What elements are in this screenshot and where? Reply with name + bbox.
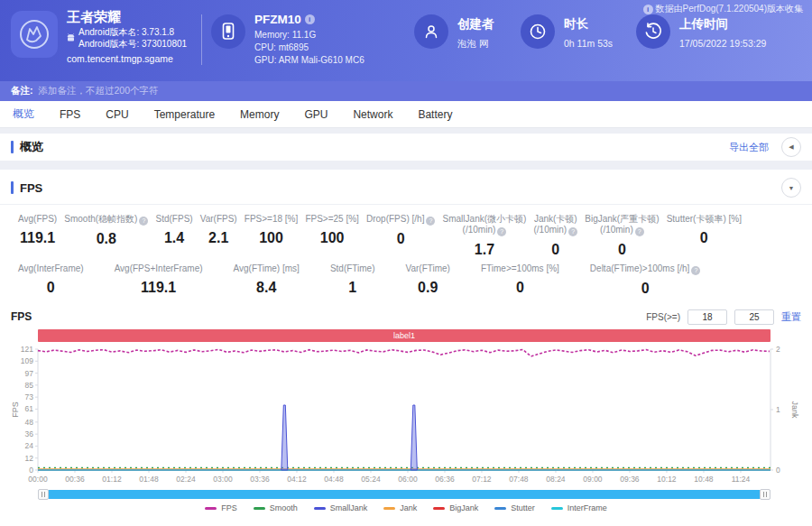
x-tick: 01:48: [139, 475, 159, 484]
metric: Avg(FTime) [ms]8.4: [234, 263, 300, 297]
app-block: 王者荣耀 Android版本名: 3.73.1.8 Android版本号: 37…: [11, 11, 196, 65]
fps-threshold-label: FPS(>=): [646, 312, 680, 322]
metric: Jank(卡顿)(/10min)?0: [533, 214, 577, 258]
tab-Memory[interactable]: Memory: [240, 108, 279, 121]
legend-item-smalljank[interactable]: SmallJank: [314, 503, 368, 512]
scrollbar-handle-right[interactable]: [760, 489, 770, 500]
export-all-link[interactable]: 导出全部: [729, 141, 769, 154]
legend-item-jank[interactable]: Jank: [383, 503, 417, 512]
tab-GPU[interactable]: GPU: [304, 108, 328, 121]
metric-label: FPS>=25 [%]: [305, 214, 358, 225]
chart-title: FPS: [11, 310, 32, 323]
y-left-tick: 121: [21, 345, 33, 354]
title-accent-bar: [11, 141, 14, 153]
metric-label: Avg(FTime) [ms]: [234, 263, 300, 274]
clock-icon: [521, 14, 555, 49]
legend-label: Smooth: [270, 503, 298, 512]
x-tick: 03:36: [250, 475, 270, 484]
metric-value: 2.1: [200, 230, 237, 246]
metric: BigJank(严重卡顿)(/10min)?0: [585, 214, 659, 258]
metric-value: 0: [481, 280, 559, 296]
collapse-left-button[interactable]: ◀: [781, 137, 801, 157]
history-clock-icon: [636, 14, 670, 49]
note-placeholder: 添加备注，不超过200个字符: [39, 85, 159, 97]
upload-block: 上传时间 17/05/2022 19:53:29: [636, 11, 766, 49]
fps-section-title: FPS: [20, 181, 42, 195]
legend-label: Stutter: [511, 503, 535, 512]
app-logo: [11, 11, 58, 58]
page: i 数据由PerfDog(7.1.220504)版本收集 王者荣耀: [0, 0, 812, 526]
x-tick: 01:12: [102, 475, 122, 484]
app-name: 王者荣耀: [67, 11, 187, 23]
metric-label: SmallJank(微小卡顿)(/10min)?: [443, 214, 527, 236]
reset-link[interactable]: 重置: [781, 310, 801, 324]
duration-label: 时长: [564, 16, 613, 32]
scrollbar-handle-left[interactable]: [38, 489, 49, 500]
x-tick: 05:24: [361, 475, 381, 484]
device-specs: Memory: 11.1G CPU: mt6895 GPU: ARM Mali-…: [254, 29, 364, 67]
grip-icon: [42, 492, 45, 497]
tab-CPU[interactable]: CPU: [106, 108, 128, 121]
device-block: PFZM10 i Memory: 11.1G CPU: mt6895 GPU: …: [211, 11, 414, 67]
legend-item-interframe[interactable]: InterFrame: [551, 503, 607, 512]
metric: Stutter(卡顿率) [%]0: [667, 214, 742, 258]
duration-value: 0h 11m 53s: [564, 38, 613, 49]
android-icon: [67, 33, 75, 42]
x-tick: 00:36: [65, 475, 85, 484]
metric-value: 0: [585, 242, 659, 258]
metric-value: 0: [533, 242, 577, 258]
metric-label: Stutter(卡顿率) [%]: [667, 214, 742, 225]
legend-item-bigjank[interactable]: BigJank: [433, 503, 478, 512]
help-icon[interactable]: ?: [426, 217, 435, 226]
spacer: [0, 161, 812, 170]
fps-chart[interactable]: label10122436486173859710912101200:0000:…: [11, 329, 801, 488]
x-tick: 07:48: [509, 475, 529, 484]
metric: SmallJank(微小卡顿)(/10min)?1.7: [443, 214, 527, 258]
legend-item-fps[interactable]: FPS: [205, 503, 237, 512]
help-icon[interactable]: ?: [691, 266, 700, 275]
metric: Avg(FPS)119.1: [18, 214, 57, 258]
tab-Battery[interactable]: Battery: [418, 108, 452, 121]
tab-Temperature[interactable]: Temperature: [154, 108, 215, 121]
y-left-tick: 12: [25, 454, 34, 463]
chevron-left-icon: ◀: [789, 143, 793, 151]
help-icon[interactable]: ?: [497, 227, 506, 236]
help-icon[interactable]: ?: [568, 227, 577, 236]
android-version-row: Android版本名: 3.73.1.8 Android版本号: 3730108…: [67, 26, 187, 50]
info-icon[interactable]: i: [305, 14, 315, 24]
metric-value: 1: [330, 280, 375, 296]
help-icon[interactable]: ?: [635, 227, 644, 236]
tab-Network[interactable]: Network: [353, 108, 392, 121]
note-bar[interactable]: 备注: 添加备注，不超过200个字符: [0, 81, 812, 101]
y-left-tick: 109: [21, 356, 33, 365]
metric-label: Var(FPS): [200, 214, 237, 225]
metric: FTime>=100ms [%]0: [481, 263, 559, 297]
chart-range-scrollbar[interactable]: [38, 490, 770, 499]
tab-FPS[interactable]: FPS: [60, 108, 80, 121]
fps-card: FPS ▼ Avg(FPS)119.1Smooth(稳帧指数)?0.8Std(F…: [0, 170, 812, 526]
legend-swatch: [383, 507, 395, 510]
help-icon[interactable]: ?: [139, 217, 148, 226]
metric-label: Delta(FTime)>100ms [/h]?: [590, 263, 701, 275]
fps-threshold-input-2[interactable]: [734, 309, 774, 325]
smalljank-spike: [281, 405, 288, 470]
legend-item-stutter[interactable]: Stutter: [494, 503, 535, 512]
y-left-tick: 73: [25, 392, 34, 401]
metric-value: 0: [667, 230, 742, 246]
device-gpu: GPU: ARM Mali-G610 MC6: [254, 54, 364, 67]
fps-threshold-input-1[interactable]: [687, 309, 727, 325]
legend-swatch: [433, 507, 445, 510]
collapse-down-button[interactable]: ▼: [781, 178, 801, 198]
tab-概览[interactable]: 概览: [13, 106, 34, 122]
y-left-tick: 97: [25, 369, 34, 378]
info-icon: i: [643, 5, 653, 14]
metric-value: 0.8: [64, 231, 148, 247]
legend-swatch: [551, 507, 563, 510]
x-tick: 11:24: [732, 475, 751, 484]
upload-value: 17/05/2022 19:53:29: [679, 38, 766, 49]
y-left-axis-label: FPS: [11, 401, 20, 418]
legend-item-smooth[interactable]: Smooth: [254, 503, 298, 512]
y-left-tick: 24: [25, 441, 34, 450]
fps-title-wrap: FPS: [11, 181, 42, 195]
x-tick: 07:12: [472, 475, 492, 484]
